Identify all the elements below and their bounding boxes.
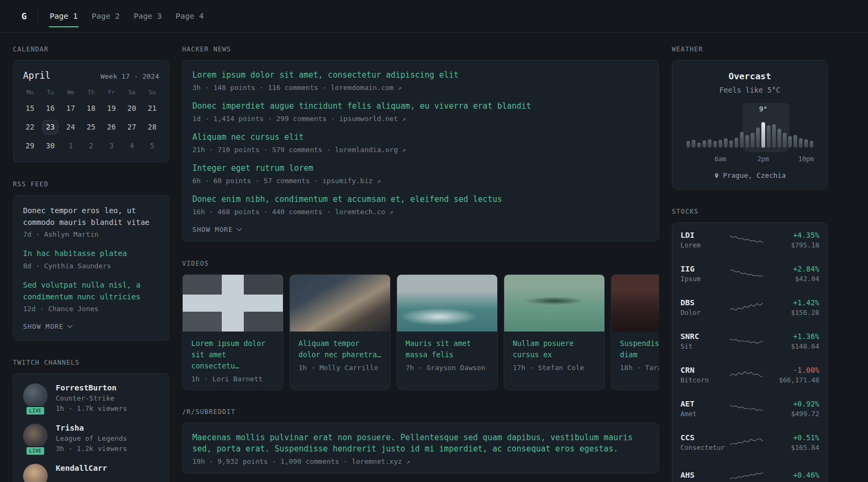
video-body: Suspendisse diam 18h · Tara	[611, 332, 659, 378]
video-thumbnail[interactable]	[504, 275, 604, 332]
calendar-day[interactable]: 4	[124, 139, 140, 153]
video-title[interactable]: Suspendisse diam	[620, 338, 659, 360]
calendar-day[interactable]: 5	[144, 139, 160, 153]
video-thumbnail[interactable]	[611, 275, 659, 332]
hn-item-title[interactable]: Integer eget rutrum lorem	[192, 163, 649, 174]
hn-show-more-button[interactable]: SHOW MORE	[192, 225, 649, 234]
video-thumbnail[interactable]	[183, 275, 283, 332]
calendar-day[interactable]: 27	[124, 120, 140, 134]
stock-sparkline	[730, 334, 770, 348]
stock-row[interactable]: DBS Dolor +1.42% $156.28	[672, 290, 827, 324]
stock-symbol: CRN	[680, 366, 730, 374]
calendar-day[interactable]: 18	[83, 101, 99, 116]
app-logo[interactable]: G	[21, 11, 27, 21]
weather-bar	[777, 129, 781, 148]
calendar-day[interactable]: 22	[22, 120, 38, 134]
video-card[interactable]: Nullam posuere cursus ex 17h · Stefan Co…	[504, 274, 605, 390]
stock-symbol: AHS	[680, 471, 730, 479]
video-thumbnail[interactable]	[397, 275, 497, 332]
tab-page-3[interactable]: Page 3	[132, 0, 162, 32]
calendar-day[interactable]: 28	[144, 120, 160, 134]
twitch-channel[interactable]: LIVE Trisha League of Legends 3h · 1.2k …	[23, 424, 159, 453]
stock-values: +0.46%	[770, 471, 819, 481]
avatar	[23, 464, 48, 482]
video-title[interactable]: Nullam posuere cursus ex	[513, 338, 596, 360]
stock-values: +4.35% $795.18	[770, 231, 819, 249]
stock-row[interactable]: CCS Consectetur +0.51% $165.84	[672, 425, 827, 459]
twitch-card: LIVE ForrestBurton Counter-Strike 1h · 1…	[13, 373, 169, 482]
stock-row[interactable]: AHS +0.46%	[672, 459, 827, 482]
rss-item-title[interactable]: Sed volutpat nulla nisl, a condimentum n…	[23, 280, 159, 303]
stock-row[interactable]: CRN Bitcorn -1.00% $66,171.48	[672, 358, 827, 391]
live-badge: LIVE	[25, 446, 45, 456]
video-card[interactable]: Suspendisse diam 18h · Tara	[611, 274, 659, 390]
tab-page-4[interactable]: Page 4	[175, 0, 205, 32]
stock-row[interactable]: LDI Lorem +4.35% $795.18	[672, 223, 827, 257]
subreddit-meta-text: 19h · 9,932 points · 1,090 comments ·	[192, 457, 348, 465]
rss-item-title[interactable]: Donec tempor eros leo, ut commodo mauris…	[23, 205, 159, 228]
calendar-day[interactable]: 29	[22, 139, 38, 153]
hackernews-section-title: HACKER NEWS	[182, 46, 659, 53]
hn-item-domain[interactable]: ipsumworld.net ↗	[339, 115, 406, 123]
video-title[interactable]: Mauris sit amet massa felis	[406, 338, 489, 360]
video-card[interactable]: Aliquam tempor dolor nec pharetra… 1h · …	[289, 274, 391, 390]
hn-item-title[interactable]: Lorem ipsum dolor sit amet, consectetur …	[192, 70, 649, 81]
calendar-day[interactable]: 3	[103, 139, 119, 153]
weather-card: Overcast Feels like 5°C 9° 6am2pm10pm Pr…	[672, 60, 828, 190]
calendar-day[interactable]: 2	[83, 139, 99, 153]
hn-item: Donec enim nibh, condimentum et accumsan…	[192, 194, 649, 216]
stock-row[interactable]: SNRC Sit +1.36% $148.64	[672, 324, 827, 358]
hn-item-domain[interactable]: ipsumify.biz ↗	[323, 177, 381, 185]
external-link-icon: ↗	[406, 458, 410, 465]
twitch-channel[interactable]: LIVE ForrestBurton Counter-Strike 1h · 1…	[23, 383, 159, 412]
rss-item-title[interactable]: In hac habitasse platea	[23, 248, 159, 260]
video-title[interactable]: Aliquam tempor dolor nec pharetra…	[298, 338, 381, 360]
weather-section-title: WEATHER	[672, 46, 828, 53]
rss-item: Donec tempor eros leo, ut commodo mauris…	[23, 205, 159, 238]
calendar-day[interactable]: 17	[63, 101, 79, 116]
rss-widget: RSS FEED Donec tempor eros leo, ut commo…	[13, 180, 169, 341]
hn-item-title[interactable]: Donec enim nibh, condimentum et accumsan…	[192, 194, 649, 205]
hn-item-meta: 16h · 468 points · 440 comments · loremt…	[192, 208, 649, 216]
calendar-day[interactable]: 19	[103, 101, 119, 116]
hn-item-domain[interactable]: loremtech.co ↗	[335, 208, 393, 216]
calendar-day[interactable]: 25	[83, 120, 99, 134]
weather-condition: Overcast	[681, 71, 819, 81]
rss-show-more-button[interactable]: SHOW MORE	[23, 322, 159, 330]
hn-item-domain[interactable]: loremlandia.org ↗	[335, 146, 406, 154]
stock-name: Amet	[680, 410, 730, 418]
twitch-channel[interactable]: LIVE KendallCarr	[23, 464, 159, 482]
calendar-day[interactable]: 20	[124, 101, 140, 116]
hn-item-domain[interactable]: loremdomain.com ↗	[331, 84, 401, 92]
video-thumbnail[interactable]	[290, 275, 390, 332]
calendar-day[interactable]: 26	[103, 120, 119, 134]
video-title[interactable]: Lorem ipsum dolor sit amet consectetu…	[191, 338, 274, 372]
stock-symbol: DBS	[680, 298, 730, 307]
calendar-day[interactable]: 1	[63, 139, 79, 153]
stock-row[interactable]: AET Amet +0.92% $499.72	[672, 391, 827, 425]
video-card[interactable]: Mauris sit amet massa felis 7h · Grayson…	[396, 274, 498, 390]
hn-item-title[interactable]: Donec imperdiet augue tincidunt felis al…	[192, 101, 649, 112]
domain-label: ipsumify.biz	[323, 177, 373, 185]
left-column: CALENDAR April Week 17 · 2024 MoTuWeThFr…	[13, 46, 169, 482]
hn-meta-text: 6h · 60 points · 57 comments ·	[192, 177, 318, 185]
subreddit-item: Maecenas mollis pulvinar erat non posuer…	[192, 432, 649, 465]
weather-bar	[756, 127, 760, 148]
subreddit-item-title[interactable]: Maecenas mollis pulvinar erat non posuer…	[192, 432, 649, 455]
calendar-day[interactable]: 16	[42, 101, 58, 116]
stock-symbol: AET	[680, 400, 730, 408]
video-card[interactable]: Lorem ipsum dolor sit amet consectetu… 1…	[182, 274, 283, 390]
calendar-day[interactable]: 15	[22, 101, 38, 116]
avatar	[23, 424, 48, 448]
subreddit-item-domain[interactable]: loremnet.xyz ↗	[351, 457, 410, 465]
hn-item-title[interactable]: Aliquam nec cursus elit	[192, 132, 649, 143]
calendar-day[interactable]: 30	[42, 139, 58, 153]
calendar-day[interactable]: 23	[42, 120, 58, 134]
calendar-day[interactable]: 24	[63, 120, 79, 134]
weather-bar	[804, 139, 808, 148]
tab-page-2[interactable]: Page 2	[91, 0, 121, 32]
calendar-day[interactable]: 21	[144, 101, 160, 116]
calendar-day-of-week: We	[67, 88, 74, 97]
tab-page-1[interactable]: Page 1	[49, 0, 79, 32]
stock-row[interactable]: IIG Ipsum +2.84% $42.04	[672, 257, 827, 290]
